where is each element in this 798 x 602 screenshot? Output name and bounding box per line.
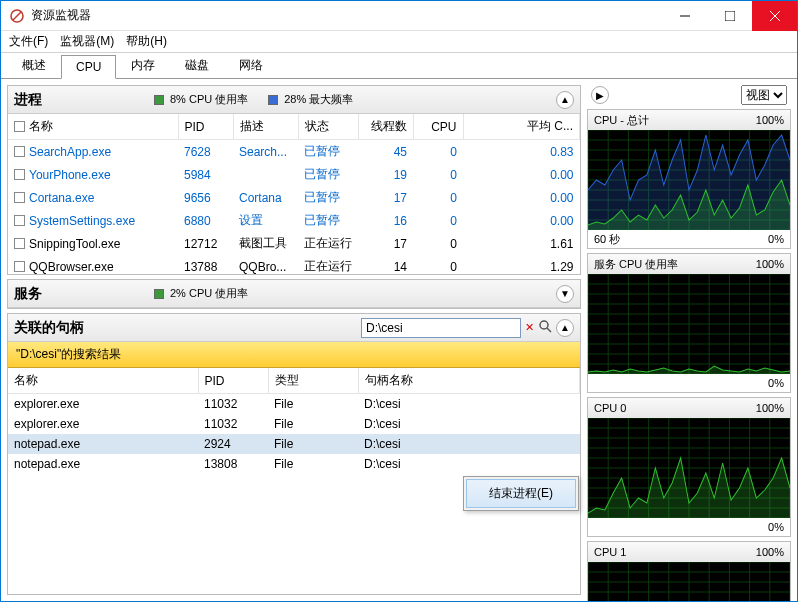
process-table: 名称 PID 描述 状态 线程数 CPU 平均 C... SearchApp.e… [8, 114, 580, 274]
row-checkbox[interactable] [14, 146, 25, 157]
row-checkbox[interactable] [14, 261, 25, 272]
processes-panel: 进程 8% CPU 使用率 28% 最大频率 ▲ 名称 PID 描述 状态 线程… [7, 85, 581, 275]
graph-panel: CPU 1100% [587, 541, 791, 601]
graph-canvas [588, 418, 790, 518]
col-cpu[interactable]: CPU [413, 114, 463, 140]
proc-desc: Cortana [233, 186, 298, 209]
collapse-handles-icon[interactable]: ▲ [556, 319, 574, 337]
view-select[interactable]: 视图 [741, 85, 787, 105]
expand-services-icon[interactable]: ▼ [556, 285, 574, 303]
tab-disk[interactable]: 磁盘 [170, 52, 224, 79]
svc-cpu-swatch [154, 289, 164, 299]
col-avg[interactable]: 平均 C... [463, 114, 580, 140]
table-row[interactable]: explorer.exe11032FileD:\cesi [8, 414, 580, 434]
services-panel: 服务 2% CPU 使用率 ▼ [7, 279, 581, 309]
proc-name: SnippingTool.exe [29, 237, 120, 251]
graph-footer-left: 60 秒 [594, 232, 620, 247]
h-handle: D:\cesi [358, 394, 580, 415]
proc-avg: 0.00 [463, 209, 580, 232]
proc-cpu: 0 [413, 255, 463, 274]
handles-table: 名称 PID 类型 句柄名称 explorer.exe11032FileD:\c… [8, 368, 580, 474]
table-row[interactable]: SearchApp.exe7628Search...已暂停4500.83 [8, 140, 580, 164]
col-pid[interactable]: PID [178, 114, 233, 140]
graph-canvas [588, 130, 790, 230]
proc-threads: 14 [358, 255, 413, 274]
proc-name: SearchApp.exe [29, 145, 111, 159]
table-row[interactable]: YourPhone.exe5984已暂停1900.00 [8, 163, 580, 186]
proc-pid: 12712 [178, 232, 233, 255]
proc-threads: 19 [358, 163, 413, 186]
proc-threads: 17 [358, 186, 413, 209]
proc-desc: 设置 [233, 209, 298, 232]
collapse-right-icon[interactable]: ▶ [591, 86, 609, 104]
menu-monitor[interactable]: 监视器(M) [60, 33, 114, 50]
col-status[interactable]: 状态 [298, 114, 358, 140]
graph-canvas [588, 274, 790, 374]
table-row[interactable]: QQBrowser.exe13788QQBro...正在运行1401.29 [8, 255, 580, 274]
tab-cpu[interactable]: CPU [61, 55, 116, 79]
window-title: 资源监视器 [31, 7, 662, 24]
col-name[interactable]: 名称 [8, 114, 178, 140]
max-freq-label: 28% 最大频率 [284, 92, 353, 107]
tab-overview[interactable]: 概述 [7, 52, 61, 79]
graph-title: CPU 0 [594, 402, 626, 414]
graph-footer-right: 0% [768, 521, 784, 533]
h-type: File [268, 454, 358, 474]
proc-cpu: 0 [413, 232, 463, 255]
table-row[interactable]: notepad.exe2924FileD:\cesi [8, 434, 580, 454]
table-row[interactable]: SnippingTool.exe12712截图工具正在运行1701.61 [8, 232, 580, 255]
svg-point-6 [540, 321, 548, 329]
svg-rect-3 [725, 11, 735, 21]
collapse-processes-icon[interactable]: ▲ [556, 91, 574, 109]
graph-footer-right: 0% [768, 377, 784, 389]
cpu-usage-swatch [154, 95, 164, 105]
svg-line-7 [547, 328, 551, 332]
row-checkbox[interactable] [14, 192, 25, 203]
proc-threads: 17 [358, 232, 413, 255]
search-icon[interactable] [538, 319, 552, 336]
minimize-button[interactable] [662, 1, 707, 31]
graph-max: 100% [756, 402, 784, 414]
tab-network[interactable]: 网络 [224, 52, 278, 79]
clear-search-icon[interactable]: ✕ [525, 321, 534, 334]
checkbox-all[interactable] [14, 121, 25, 132]
tabstrip: 概述 CPU 内存 磁盘 网络 [1, 53, 797, 79]
hcol-handle[interactable]: 句柄名称 [358, 368, 580, 394]
row-checkbox[interactable] [14, 169, 25, 180]
proc-name: YourPhone.exe [29, 168, 111, 182]
menu-help[interactable]: 帮助(H) [126, 33, 167, 50]
hcol-pid[interactable]: PID [198, 368, 268, 394]
h-type: File [268, 434, 358, 454]
h-name: notepad.exe [8, 454, 198, 474]
proc-desc: QQBro... [233, 255, 298, 274]
proc-pid: 13788 [178, 255, 233, 274]
hcol-type[interactable]: 类型 [268, 368, 358, 394]
table-row[interactable]: explorer.exe11032FileD:\cesi [8, 394, 580, 415]
h-pid: 11032 [198, 394, 268, 415]
row-checkbox[interactable] [14, 238, 25, 249]
proc-pid: 7628 [178, 140, 233, 164]
svg-line-1 [13, 12, 21, 20]
row-checkbox[interactable] [14, 215, 25, 226]
proc-avg: 0.00 [463, 186, 580, 209]
menubar: 文件(F) 监视器(M) 帮助(H) [1, 31, 797, 53]
col-threads[interactable]: 线程数 [358, 114, 413, 140]
tab-memory[interactable]: 内存 [116, 52, 170, 79]
graph-max: 100% [756, 114, 784, 126]
proc-desc [233, 163, 298, 186]
proc-status: 已暂停 [298, 186, 358, 209]
close-button[interactable] [752, 1, 797, 31]
table-row[interactable]: Cortana.exe9656Cortana已暂停1700.00 [8, 186, 580, 209]
handles-title: 关联的句柄 [14, 319, 361, 337]
h-name: explorer.exe [8, 414, 198, 434]
menu-file[interactable]: 文件(F) [9, 33, 48, 50]
proc-avg: 1.29 [463, 255, 580, 274]
handle-search-input[interactable] [361, 318, 521, 338]
ctx-end-process[interactable]: 结束进程(E) [466, 479, 576, 508]
graph-title: 服务 CPU 使用率 [594, 257, 678, 272]
table-row[interactable]: SystemSettings.exe6880设置已暂停1600.00 [8, 209, 580, 232]
maximize-button[interactable] [707, 1, 752, 31]
table-row[interactable]: notepad.exe13808FileD:\cesi [8, 454, 580, 474]
col-desc[interactable]: 描述 [233, 114, 298, 140]
hcol-name[interactable]: 名称 [8, 368, 198, 394]
